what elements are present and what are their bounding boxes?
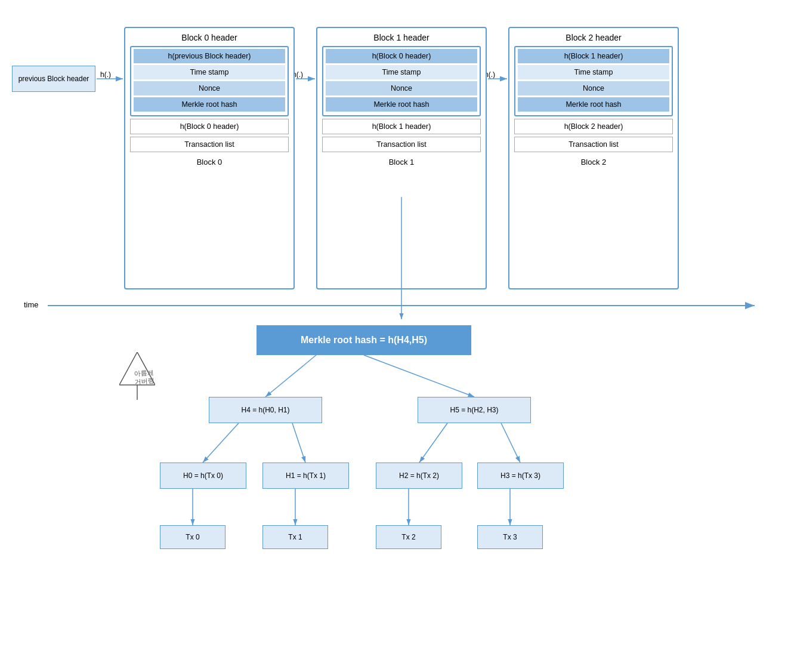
block0-label: Block 0	[125, 154, 293, 171]
svg-line-10	[292, 423, 305, 463]
time-label: time	[24, 300, 39, 309]
block1-nonce: Nonce	[326, 81, 477, 95]
block1-hash-self: h(Block 1 header)	[322, 119, 481, 134]
block2-hash-prev: h(Block 1 header)	[518, 49, 669, 63]
block2-timestamp: Time stamp	[518, 65, 669, 79]
tx1-node: Tx 1	[262, 525, 328, 549]
h2-node: H2 = h(Tx 2)	[376, 463, 462, 489]
merkle-root-box: Merkle root hash = h(H4,H5)	[257, 325, 471, 355]
block1-hash-prev: h(Block 0 header)	[326, 49, 477, 63]
h0-node: H0 = h(Tx 0)	[160, 463, 246, 489]
svg-line-11	[419, 423, 447, 463]
block2-nonce: Nonce	[518, 81, 669, 95]
block1-merkle: Merkle root hash	[326, 97, 477, 112]
block2-hash-self: h(Block 2 header)	[514, 119, 673, 134]
time-section: time	[12, 297, 779, 316]
block0-title: Block 0 header	[125, 28, 293, 46]
block2-tx-list: Transaction list	[514, 137, 673, 152]
block0-nonce: Nonce	[134, 81, 285, 95]
block0-hash-prev: h(previous Block header)	[134, 49, 285, 63]
merkle-arrows-svg	[0, 319, 656, 570]
block0-merkle: Merkle root hash	[134, 97, 285, 112]
block1-container: Block 1 header h(Block 0 header) Time st…	[316, 27, 487, 289]
block1-inner-header: h(Block 0 header) Time stamp Nonce Merkl…	[322, 46, 481, 116]
block2-label: Block 2	[509, 154, 678, 171]
time-arrow-svg	[48, 297, 764, 315]
arrow-label-1: h(.)	[100, 70, 111, 79]
block2-inner-header: h(Block 1 header) Time stamp Nonce Merkl…	[514, 46, 673, 116]
annotation-text: 아름게 거버링	[134, 368, 155, 387]
tx3-node: Tx 3	[477, 525, 543, 549]
block0-hash-self: h(Block 0 header)	[130, 119, 289, 134]
h1-node: H1 = h(Tx 1)	[262, 463, 349, 489]
h5-node: H5 = h(H2, H3)	[418, 397, 531, 423]
block1-title: Block 1 header	[317, 28, 486, 46]
block0-tx-list: Transaction list	[130, 137, 289, 152]
h3-node: H3 = h(Tx 3)	[477, 463, 564, 489]
svg-line-9	[203, 423, 239, 463]
merkle-root-label: Merkle root hash = h(H4,H5)	[301, 335, 427, 346]
block0-inner-header: h(previous Block header) Time stamp Nonc…	[130, 46, 289, 116]
block2-container: Block 2 header h(Block 1 header) Time st…	[508, 27, 679, 289]
block2-merkle: Merkle root hash	[518, 97, 669, 112]
block0-container: Block 0 header h(previous Block header) …	[124, 27, 295, 289]
svg-line-12	[501, 423, 520, 463]
block0-timestamp: Time stamp	[134, 65, 285, 79]
svg-line-8	[364, 355, 474, 397]
block1-label: Block 1	[317, 154, 486, 171]
prev-block-label: previous Block header	[18, 75, 89, 83]
prev-block-header: previous Block header	[12, 66, 95, 92]
tx0-node: Tx 0	[160, 525, 225, 549]
block2-title: Block 2 header	[509, 28, 678, 46]
tx2-node: Tx 2	[376, 525, 441, 549]
block1-timestamp: Time stamp	[326, 65, 477, 79]
h4-node: H4 = h(H0, H1)	[209, 397, 322, 423]
svg-line-7	[265, 355, 316, 397]
block1-tx-list: Transaction list	[322, 137, 481, 152]
diagram-container: previous Block header h(.) h(.) h(.) Blo…	[0, 0, 791, 672]
